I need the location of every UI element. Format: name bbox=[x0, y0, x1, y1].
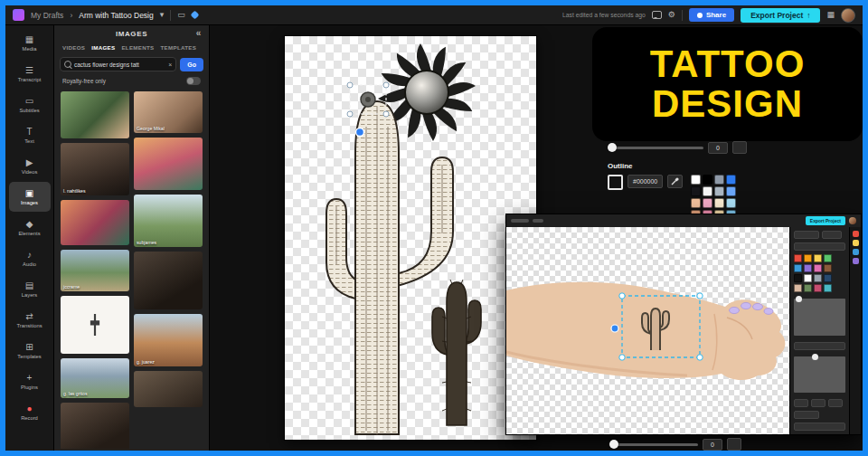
corner-slider[interactable] bbox=[608, 147, 703, 149]
sidebar-item-audio[interactable]: ♪Audio bbox=[9, 243, 51, 273]
tab-elements[interactable]: ELEMENTS bbox=[121, 44, 154, 51]
color-swatch-grid bbox=[691, 175, 736, 220]
app-logo-icon[interactable] bbox=[13, 9, 24, 21]
canvas-artwork bbox=[285, 36, 536, 440]
selection-handle[interactable] bbox=[347, 111, 353, 117]
image-thumbnail[interactable] bbox=[61, 200, 129, 245]
color-swatch[interactable] bbox=[714, 175, 724, 185]
image-thumbnail[interactable] bbox=[134, 371, 203, 407]
user-avatar[interactable] bbox=[841, 8, 855, 23]
hex-color-input[interactable]: #000000 bbox=[627, 175, 663, 188]
export-project-button[interactable]: Export Project ↑ bbox=[741, 8, 820, 23]
project-title[interactable]: Arm with Tattoo Desig bbox=[79, 11, 154, 20]
collapse-panel-icon[interactable]: « bbox=[196, 28, 202, 38]
apps-grid-icon[interactable]: ▦ bbox=[826, 11, 835, 19]
color-swatch[interactable] bbox=[726, 198, 736, 208]
divider bbox=[682, 10, 683, 21]
image-thumbnail[interactable] bbox=[61, 403, 129, 449]
image-thumbnail[interactable]: subjames bbox=[134, 195, 203, 247]
tab-templates[interactable]: TEMPLATES bbox=[161, 44, 197, 51]
sidebar-item-images[interactable]: ▣Images bbox=[9, 182, 51, 212]
chevron-down-icon[interactable]: ▾ bbox=[160, 11, 165, 19]
image-thumbnail[interactable]: g. juarez bbox=[134, 314, 203, 366]
slider-option-button[interactable] bbox=[727, 438, 741, 451]
record-dot-icon: ● bbox=[26, 404, 32, 413]
image-thumbnail[interactable]: George Mikal bbox=[134, 91, 203, 133]
app-window: My Drafts › Arm with Tattoo Desig ▾ ▭ La… bbox=[5, 5, 863, 451]
outline-section-label: Outline bbox=[608, 162, 747, 170]
last-edited-status: Last edited a few seconds ago bbox=[562, 12, 646, 18]
images-panel: IMAGES « VIDEOS IMAGES ELEMENTS TEMPLATE… bbox=[54, 25, 210, 451]
image-thumbnail[interactable]: jccrame bbox=[61, 250, 129, 291]
color-swatch[interactable] bbox=[703, 198, 712, 208]
color-swatch[interactable] bbox=[703, 186, 712, 196]
search-icon bbox=[64, 61, 71, 68]
color-swatch[interactable] bbox=[691, 198, 701, 208]
selected-flower-element[interactable] bbox=[361, 92, 375, 107]
slider-knob[interactable] bbox=[608, 143, 617, 152]
color-swatch[interactable] bbox=[726, 175, 736, 185]
card-view-icon[interactable]: ▭ bbox=[177, 11, 185, 19]
sidebar-item-subtitles[interactable]: ▭Subtitles bbox=[9, 90, 51, 119]
top-bar: My Drafts › Arm with Tattoo Desig ▾ ▭ La… bbox=[5, 5, 863, 25]
color-swatch[interactable] bbox=[691, 186, 701, 196]
rotate-handle[interactable] bbox=[356, 128, 364, 137]
outline-color-well[interactable] bbox=[608, 175, 623, 190]
color-swatch[interactable] bbox=[726, 186, 736, 196]
royalty-free-toggle[interactable] bbox=[186, 77, 201, 85]
inset-menu-placeholder bbox=[533, 219, 543, 223]
tab-images[interactable]: IMAGES bbox=[91, 44, 115, 51]
color-swatch[interactable] bbox=[691, 175, 701, 185]
share-label: Share bbox=[706, 11, 726, 19]
sidebar-item-templates[interactable]: ⊞Templates bbox=[9, 336, 51, 366]
sidebar-item-layers[interactable]: ▤Layers bbox=[9, 274, 51, 304]
image-thumbnail[interactable]: l. nahtlikes bbox=[61, 143, 129, 195]
sidebar-item-transitions[interactable]: ⇄Transitions bbox=[9, 305, 51, 335]
color-swatch[interactable] bbox=[714, 186, 724, 196]
inset-arm-artwork bbox=[506, 227, 789, 434]
sidebar-item-record[interactable]: ●Record bbox=[9, 397, 51, 427]
image-thumbnail[interactable] bbox=[134, 138, 203, 190]
tab-videos[interactable]: VIDEOS bbox=[62, 44, 85, 51]
color-swatch[interactable] bbox=[703, 175, 712, 185]
slider-knob[interactable] bbox=[609, 440, 618, 449]
search-go-button[interactable]: Go bbox=[180, 58, 203, 71]
selection-handle[interactable] bbox=[383, 111, 389, 117]
inset-canvas bbox=[506, 227, 789, 434]
slider-value[interactable]: 0 bbox=[708, 142, 728, 154]
sidebar-item-media[interactable]: ▦Media bbox=[9, 28, 51, 58]
opacity-slider[interactable] bbox=[609, 443, 698, 446]
artboard[interactable] bbox=[285, 36, 536, 440]
share-button[interactable]: Share bbox=[689, 8, 734, 22]
cactus-sketch-mark bbox=[90, 314, 100, 336]
image-thumbnail[interactable]: g. las gritos bbox=[61, 358, 129, 398]
sidebar-item-text[interactable]: TText bbox=[9, 120, 51, 150]
image-thumbnail[interactable] bbox=[61, 296, 129, 354]
clear-search-icon[interactable]: × bbox=[168, 62, 172, 68]
transcript-icon: ☰ bbox=[25, 66, 33, 75]
image-thumbnail[interactable] bbox=[134, 252, 203, 309]
subtitles-icon: ▭ bbox=[25, 97, 33, 106]
transitions-icon: ⇄ bbox=[25, 312, 33, 321]
ai-wand-icon[interactable] bbox=[190, 11, 199, 20]
slider-link-button[interactable] bbox=[732, 141, 747, 154]
selection-handle[interactable] bbox=[383, 82, 389, 88]
sidebar-item-elements[interactable]: ◆Elements bbox=[9, 213, 51, 242]
text-icon: T bbox=[26, 128, 32, 137]
large-cactus-element[interactable] bbox=[326, 101, 453, 434]
opacity-slider-value[interactable]: 0 bbox=[703, 439, 722, 451]
small-cactus-element[interactable] bbox=[432, 280, 481, 425]
color-swatch[interactable] bbox=[714, 198, 724, 208]
inset-avatar bbox=[849, 217, 856, 224]
eyedropper-button[interactable] bbox=[667, 175, 683, 188]
sidebar-item-transcript[interactable]: ☰Transcript bbox=[9, 59, 51, 89]
image-credit: l. nahtlikes bbox=[63, 188, 86, 194]
selection-handle[interactable] bbox=[347, 82, 353, 88]
sidebar-item-videos[interactable]: ▶Videos bbox=[9, 151, 51, 181]
comments-icon[interactable] bbox=[652, 11, 662, 19]
image-thumbnail[interactable] bbox=[61, 91, 129, 138]
search-input[interactable]: cactus flower designs tatt × bbox=[60, 57, 176, 71]
breadcrumb-root[interactable]: My Drafts bbox=[31, 11, 63, 20]
gear-icon[interactable]: ⚙ bbox=[668, 11, 675, 19]
sidebar-item-plugins[interactable]: +Plugins bbox=[9, 366, 51, 396]
